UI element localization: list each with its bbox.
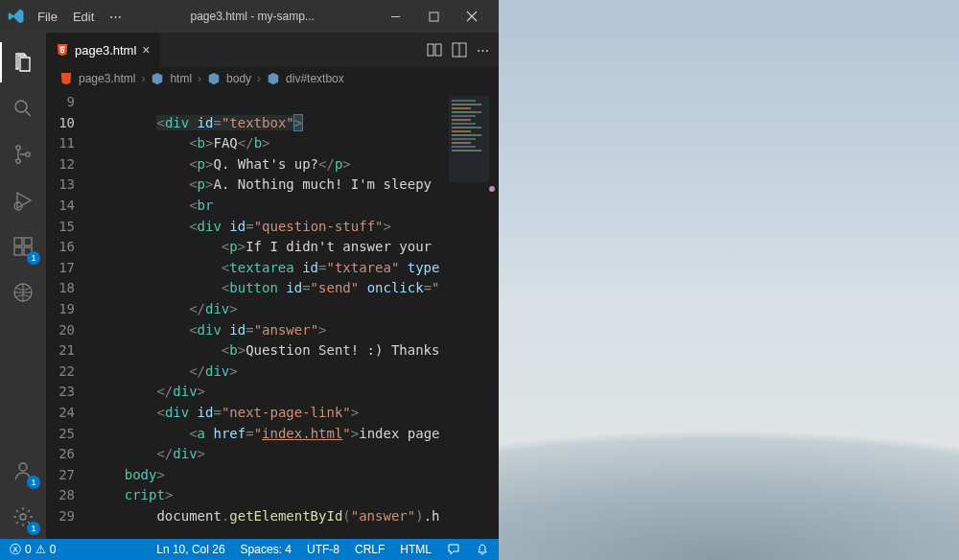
tab-bar: page3.html × ⋯: [46, 33, 499, 67]
activity-bar: 1 1 1: [0, 33, 46, 539]
title-bar: File Edit ⋯ page3.html - my-samp...: [0, 0, 499, 33]
code-line[interactable]: 20 <div id="answer">: [46, 320, 499, 341]
status-warnings-count: 0: [50, 543, 57, 556]
run-debug-icon[interactable]: [0, 178, 46, 222]
code-line[interactable]: 10 <div id="textbox">: [46, 113, 499, 134]
chevron-right-icon: ›: [198, 72, 201, 85]
code-line[interactable]: 12 <p>Q. What's up?</p>: [46, 154, 499, 175]
svg-point-12: [20, 514, 26, 520]
status-language[interactable]: HTML: [398, 543, 433, 556]
code-line[interactable]: 22 </div>: [46, 362, 499, 383]
status-eol[interactable]: CRLF: [353, 543, 386, 556]
symbol-icon: [267, 72, 280, 85]
svg-rect-13: [428, 44, 433, 56]
code-content[interactable]: 910 <div id="textbox">11 <b>FAQ</b>12 <p…: [46, 90, 499, 526]
tab-label: page3.html: [75, 43, 136, 58]
svg-rect-0: [430, 12, 438, 21]
maximize-button[interactable]: [414, 2, 453, 31]
split-editor-icon[interactable]: [452, 42, 467, 58]
status-encoding[interactable]: UTF-8: [305, 543, 341, 556]
menu-more-icon[interactable]: ⋯: [103, 6, 129, 28]
tab-page3[interactable]: page3.html ×: [46, 33, 161, 67]
explorer-icon[interactable]: [0, 40, 46, 84]
svg-rect-9: [24, 238, 32, 245]
chevron-right-icon: ›: [257, 72, 261, 85]
remote-icon[interactable]: [0, 270, 46, 315]
svg-point-11: [19, 463, 27, 471]
html-file-icon: [59, 72, 73, 85]
code-line[interactable]: 24 <div id="next-page-link">: [46, 403, 499, 424]
menu-edit[interactable]: Edit: [66, 6, 101, 28]
window-title: page3.html - my-samp...: [134, 10, 370, 23]
desktop-wallpaper: [499, 0, 959, 560]
svg-point-3: [16, 159, 20, 163]
code-line[interactable]: 14 <br: [46, 196, 499, 217]
vscode-logo-icon: [8, 8, 25, 25]
code-line[interactable]: 16 <p>If I didn't answer your: [46, 237, 499, 258]
account-icon[interactable]: 1: [0, 449, 46, 493]
status-cursor-position[interactable]: Ln 10, Col 26: [154, 543, 226, 556]
menu-file[interactable]: File: [31, 6, 64, 28]
code-line[interactable]: 18 <button id="send" onclick=": [46, 278, 499, 299]
svg-point-2: [16, 146, 20, 150]
code-line[interactable]: 26 </div>: [46, 444, 499, 465]
svg-rect-6: [14, 238, 22, 245]
compare-changes-icon[interactable]: [427, 42, 442, 58]
window-controls: [376, 2, 491, 31]
svg-point-4: [26, 152, 30, 156]
code-line[interactable]: 13 <p>A. Nothing much! I'm sleepy: [46, 175, 499, 196]
close-button[interactable]: [453, 2, 491, 31]
svg-point-1: [15, 101, 27, 112]
vscode-window: File Edit ⋯ page3.html - my-samp... 1 1 …: [0, 0, 499, 560]
warning-icon: ⚠: [35, 543, 46, 556]
editor-area[interactable]: 910 <div id="textbox">11 <b>FAQ</b>12 <p…: [46, 90, 499, 539]
html-file-icon: [56, 43, 69, 57]
symbol-icon: [151, 72, 164, 85]
breadcrumbs[interactable]: page3.html › html › body › div#textbox: [46, 67, 499, 90]
breadcrumb-body[interactable]: body: [226, 72, 251, 85]
code-line[interactable]: 25 <a href="index.html">index page: [46, 424, 499, 445]
breadcrumb-html[interactable]: html: [170, 72, 192, 85]
status-problems[interactable]: ⓧ0 ⚠0: [8, 542, 58, 558]
minimap[interactable]: [449, 96, 489, 182]
code-line[interactable]: 27 body>: [46, 465, 499, 486]
status-feedback-icon[interactable]: [445, 543, 462, 556]
svg-rect-14: [435, 44, 441, 56]
tab-close-icon[interactable]: ×: [142, 42, 150, 58]
breadcrumb-file[interactable]: page3.html: [79, 72, 135, 85]
editor-group: page3.html × ⋯ page3.html › html › body: [46, 33, 499, 539]
source-control-icon[interactable]: [0, 132, 46, 176]
minimap-cursor-marker: [489, 186, 495, 192]
code-line[interactable]: 15 <div id="question-stuff">: [46, 217, 499, 238]
status-bell-icon[interactable]: [474, 543, 491, 556]
extensions-icon[interactable]: 1: [0, 224, 46, 268]
code-line[interactable]: 17 <textarea id="txtarea" type: [46, 258, 499, 279]
breadcrumb-div[interactable]: div#textbox: [286, 72, 344, 85]
extensions-badge: 1: [27, 251, 40, 265]
code-line[interactable]: 11 <b>FAQ</b>: [46, 133, 499, 154]
status-bar: ⓧ0 ⚠0 Ln 10, Col 26 Spaces: 4 UTF-8 CRLF…: [0, 539, 499, 560]
code-line[interactable]: 28 cript>: [46, 485, 499, 506]
editor-actions: ⋯: [417, 33, 499, 67]
code-line[interactable]: 29 document.getElementById("answer").h: [46, 506, 499, 527]
code-line[interactable]: 23 </div>: [46, 382, 499, 403]
minimize-button[interactable]: [376, 2, 414, 31]
code-line[interactable]: 21 <b>Question Sent! :) Thanks: [46, 340, 499, 362]
search-icon[interactable]: [0, 86, 46, 130]
code-line[interactable]: 19 </div>: [46, 299, 499, 320]
code-line[interactable]: 9: [46, 92, 499, 113]
settings-badge: 1: [27, 522, 40, 535]
symbol-icon: [207, 72, 221, 85]
chevron-right-icon: ›: [141, 72, 145, 85]
account-badge: 1: [27, 476, 40, 489]
error-icon: ⓧ: [10, 542, 21, 558]
menu-bar: File Edit ⋯: [31, 6, 129, 28]
svg-rect-7: [14, 247, 22, 255]
settings-gear-icon[interactable]: 1: [0, 495, 46, 539]
status-indentation[interactable]: Spaces: 4: [239, 543, 293, 556]
status-errors-count: 0: [25, 543, 32, 556]
tab-more-icon[interactable]: ⋯: [477, 43, 489, 58]
